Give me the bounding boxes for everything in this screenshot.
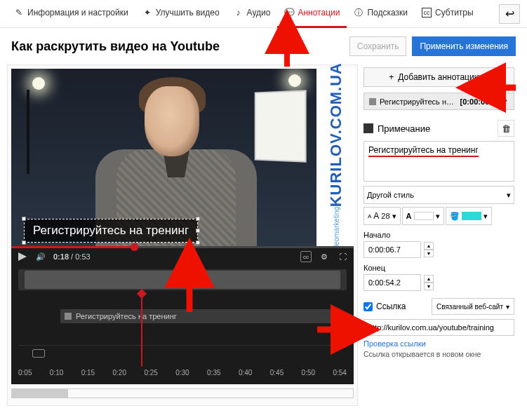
style-select-label: Другой стиль — [367, 191, 414, 199]
cc-icon: cc — [422, 8, 432, 18]
add-annotation-label: Добавить аннотацию — [398, 72, 480, 82]
end-step-down[interactable]: ▼ — [424, 283, 434, 290]
annotation-list-item[interactable]: Регистрируйтесь на трен... [0:00:06.7] ▾ — [363, 93, 514, 110]
timeline-track[interactable]: Регистрируйтесь на тренинг — [18, 304, 347, 346]
tab-audio-label: Аудио — [247, 8, 271, 18]
link-type-label: Связанный веб-сайт — [436, 303, 503, 311]
timeline-scale: 0:050:100:150:200:250:300:350:400:450:50… — [18, 369, 347, 381]
add-annotation-button[interactable]: + Добавить аннотацию ▾ — [363, 67, 514, 87]
style-select[interactable]: Другой стиль ▾ — [363, 186, 514, 204]
start-time-input[interactable] — [363, 241, 421, 258]
timeline-annotation-item[interactable]: Регистрируйтесь на тренинг — [60, 309, 340, 323]
player-controls: 🔊 0:18 / 0:53 cc ⚙ ⛶ — [11, 248, 354, 265]
cc-button-icon[interactable]: cc — [300, 251, 312, 262]
chevron-down-icon: ▾ — [502, 97, 509, 106]
back-button[interactable]: ↩ — [499, 4, 520, 24]
apply-button[interactable]: Применить изменения — [412, 36, 516, 56]
progress-bar[interactable] — [11, 246, 354, 248]
music-icon: ♪ — [234, 8, 244, 18]
tab-cards[interactable]: ⓘ Подсказки — [347, 0, 415, 28]
top-tabs: ✎ Информация и настройки ✦ Улучшить виде… — [0, 0, 527, 28]
chevron-down-icon: ▾ — [507, 191, 511, 200]
horizontal-scrollbar[interactable] — [11, 388, 354, 398]
save-button[interactable]: Сохранить — [349, 36, 407, 56]
end-label: Конец — [363, 264, 514, 272]
timeline[interactable]: Регистрируйтесь на тренинг 0:050:100:150… — [11, 265, 354, 384]
annotation-list-item-time: [0:00:06.7] — [460, 97, 498, 106]
note-type-icon — [65, 313, 72, 320]
time-display: 0:18 / 0:53 — [53, 252, 91, 261]
end-step-up[interactable]: ▲ — [424, 275, 434, 283]
annotation-text-input[interactable]: Регистрируйтесь на тренинг — [363, 141, 514, 182]
link-label: Ссылка — [376, 302, 406, 311]
note-type-icon — [369, 98, 376, 105]
chevron-down-icon: ▾ — [506, 303, 509, 311]
chevron-down-icon: ▾ — [392, 212, 396, 221]
svg-marker-0 — [18, 252, 27, 261]
tab-subtitles-label: Субтитры — [435, 8, 474, 18]
tab-enhance-label: Улучшить видео — [156, 8, 220, 18]
pencil-icon: ✎ — [14, 8, 24, 18]
font-size-value: 28 — [381, 212, 389, 220]
fullscreen-icon[interactable]: ⛶ — [337, 251, 348, 262]
link-url-input[interactable] — [363, 319, 514, 336]
bg-color-control[interactable]: 🪣▾ — [446, 207, 492, 225]
play-icon[interactable] — [17, 251, 28, 262]
editor-area: KURILOV.COM.UA videomarketing Регистриру… — [7, 65, 358, 406]
tab-info-label: Информация и настройки — [27, 8, 128, 18]
tab-audio[interactable]: ♪ Аудио — [227, 0, 278, 28]
link-type-select[interactable]: Связанный веб-сайт ▾ — [432, 298, 514, 315]
wand-icon: ✦ — [142, 8, 152, 18]
brand-text: KURILOV.COM.UA — [327, 62, 345, 207]
brand-strip: KURILOV.COM.UA videomarketing — [316, 69, 355, 248]
tab-cards-label: Подсказки — [367, 8, 408, 18]
delete-annotation-button[interactable]: 🗑 — [498, 120, 514, 137]
timeline-overview[interactable] — [18, 269, 347, 290]
annotation-overlay-text: Регистрируйтесь на тренинг — [33, 224, 189, 237]
title-bar: Как раскрутить видео на Youtube Сохранит… — [0, 28, 527, 65]
end-time-input[interactable] — [363, 274, 421, 291]
settings-icon[interactable]: ⚙ — [319, 251, 330, 262]
paint-bucket-icon: 🪣 — [450, 212, 460, 221]
chevron-down-icon: ▾ — [436, 212, 440, 221]
annotation-overlay[interactable]: Регистрируйтесь на тренинг — [24, 219, 198, 243]
plus-icon: + — [389, 72, 394, 82]
volume-icon[interactable]: 🔊 — [35, 251, 46, 262]
chevron-down-icon: ▾ — [485, 72, 489, 82]
trash-icon: 🗑 — [502, 123, 511, 134]
info-icon: ⓘ — [354, 8, 363, 18]
start-step-down[interactable]: ▼ — [424, 250, 434, 257]
tab-info[interactable]: ✎ Информация и настройки — [7, 0, 135, 28]
note-header-label: Примечание — [378, 123, 430, 134]
start-label: Начало — [363, 231, 514, 239]
start-step-up[interactable]: ▲ — [424, 242, 434, 250]
font-color-control[interactable]: A▾ — [402, 207, 444, 225]
speech-bubble-icon: 💬 — [284, 8, 294, 18]
note-icon — [363, 123, 373, 133]
timeline-annotation-label: Регистрируйтесь на тренинг — [76, 312, 177, 320]
font-color-icon: A — [406, 212, 412, 220]
page-title: Как раскрутить видео на Youtube — [11, 39, 220, 54]
tab-subtitles[interactable]: cc Субтитры — [415, 0, 481, 28]
video-preview[interactable]: KURILOV.COM.UA videomarketing Регистриру… — [11, 69, 355, 248]
link-checkbox[interactable] — [363, 302, 373, 311]
tab-annotations[interactable]: 💬 Аннотации — [277, 0, 347, 28]
reply-arrow-icon: ↩ — [505, 7, 514, 20]
annotation-panel: + Добавить аннотацию ▾ Регистрируйтесь н… — [363, 65, 514, 406]
note-section-header: Примечание 🗑 — [363, 120, 514, 137]
tab-enhance[interactable]: ✦ Улучшить видео — [135, 0, 227, 28]
font-size-control[interactable]: AA 28 ▾ — [363, 207, 401, 225]
link-opens-new-window: Ссылка открывается в новом окне — [363, 350, 514, 358]
check-link[interactable]: Проверка ссылки — [363, 339, 514, 348]
annotation-list-item-name: Регистрируйтесь на трен... — [380, 97, 457, 106]
chevron-down-icon: ▾ — [483, 212, 488, 221]
timeline-loop-handle[interactable] — [32, 349, 45, 358]
font-size-icon: A — [368, 213, 371, 219]
tab-annotations-label: Аннотации — [298, 8, 340, 18]
